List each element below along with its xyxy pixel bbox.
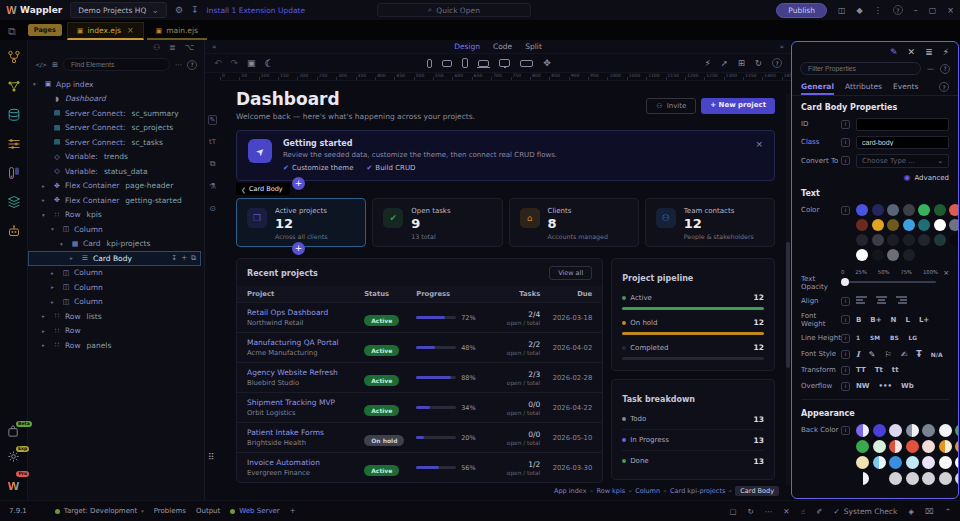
table-row[interactable]: Patient Intake FormsBrightside HealthOn …: [237, 422, 602, 452]
beta-extensions-icon[interactable]: Beta: [7, 425, 20, 438]
align-left-icon[interactable]: [856, 296, 867, 307]
styles-palette-icon[interactable]: [7, 166, 21, 180]
tree-item[interactable]: ▾▦Cardkpi-projects: [28, 237, 204, 252]
tab-events[interactable]: Events: [893, 82, 918, 95]
invite-button[interactable]: ⚇ Invite: [646, 98, 696, 114]
transform-option[interactable]: tt: [892, 366, 899, 374]
project-cell[interactable]: Retail Ops DashboardNorthwind Retail: [247, 308, 364, 327]
color-swatch[interactable]: [955, 456, 959, 469]
collapse-up-icon[interactable]: ⌃: [945, 507, 951, 516]
color-swatch[interactable]: [918, 204, 930, 216]
code-view-icon[interactable]: </>: [35, 61, 47, 68]
device-widescreen-icon[interactable]: [520, 60, 533, 67]
color-swatch[interactable]: [939, 440, 952, 453]
more-options-icon[interactable]: ⋯: [765, 507, 773, 516]
color-swatch[interactable]: [872, 249, 884, 261]
transform-option[interactable]: Tt: [875, 366, 883, 374]
properties-edit-icon[interactable]: ✎: [890, 47, 898, 57]
flows-icon[interactable]: ✕: [908, 47, 916, 57]
color-swatch[interactable]: [872, 234, 884, 246]
grid-view-icon[interactable]: ⊞: [738, 58, 745, 68]
device-phone-icon[interactable]: [427, 59, 432, 68]
color-swatch[interactable]: [918, 219, 930, 231]
color-swatch[interactable]: [906, 456, 919, 469]
color-swatch[interactable]: [949, 234, 959, 246]
line-height-option[interactable]: 1: [856, 335, 860, 341]
visibility-eye-icon[interactable]: ⊙: [209, 204, 216, 213]
tree-item[interactable]: ▾∷Rowkpis: [28, 208, 204, 223]
color-swatch[interactable]: [872, 219, 884, 231]
font-weight-option[interactable]: N: [891, 316, 897, 324]
tree-chevron-icon[interactable]: ▸: [42, 313, 49, 319]
tree-item[interactable]: ▸∷Row: [28, 324, 204, 339]
line-height-option[interactable]: LG: [909, 335, 917, 341]
color-swatch[interactable]: [918, 234, 930, 246]
layers-icon[interactable]: [7, 195, 21, 209]
layout-columns-icon[interactable]: ◫: [838, 6, 846, 15]
color-swatch[interactable]: [903, 219, 915, 231]
kebab-menu-icon[interactable]: ⋮: [874, 6, 882, 15]
color-swatch[interactable]: [856, 456, 869, 469]
tree-chevron-icon[interactable]: ▸: [42, 342, 49, 348]
refresh-icon[interactable]: ↻: [755, 58, 762, 68]
collapse-sections-icon[interactable]: —: [927, 65, 934, 73]
refresh-icon[interactable]: ↻: [748, 507, 754, 516]
tree-item[interactable]: ▸∷Rowlists: [28, 309, 204, 324]
add-icon[interactable]: +: [181, 254, 187, 262]
color-swatch[interactable]: [922, 456, 935, 469]
tree-item[interactable]: ▾◫Column: [28, 222, 204, 237]
brush-icon[interactable]: ✐: [816, 507, 822, 516]
italic-icon[interactable]: I: [856, 349, 860, 359]
help-icon[interactable]: ?: [187, 60, 197, 70]
eraser-icon[interactable]: ◈: [908, 507, 914, 516]
components-icon[interactable]: ⊞: [52, 61, 58, 69]
color-swatch[interactable]: [934, 219, 946, 231]
color-swatch[interactable]: [906, 440, 919, 453]
tree-item[interactable]: ▤Server Connect:sc_projects: [28, 121, 204, 136]
tree-chevron-icon[interactable]: ▸: [70, 255, 77, 261]
color-swatch[interactable]: [856, 204, 868, 216]
tree-item[interactable]: ▸◫Column: [28, 295, 204, 310]
color-swatch[interactable]: [955, 424, 959, 437]
color-swatch[interactable]: [856, 249, 868, 261]
tree-item-actions[interactable]: ↧+⧉: [171, 254, 200, 262]
tree-chevron-icon[interactable]: ▾: [42, 212, 49, 218]
color-swatch[interactable]: [955, 472, 959, 485]
open-external-icon[interactable]: ➚: [721, 58, 728, 68]
dynamic-bolt-icon[interactable]: ⚡: [705, 58, 711, 68]
project-name[interactable]: Shipment Tracking MVP: [247, 398, 364, 407]
device-laptop-icon[interactable]: [478, 60, 489, 67]
list-view-icon[interactable]: ≣: [169, 43, 176, 54]
color-swatch[interactable]: [903, 204, 915, 216]
tree-item[interactable]: ▸◫Column: [28, 266, 204, 281]
breadcrumb-segment[interactable]: Row kpis: [597, 487, 626, 495]
device-desktop-icon[interactable]: [499, 59, 510, 67]
tab-general[interactable]: General: [801, 82, 834, 95]
api-nodes-icon[interactable]: [7, 79, 21, 93]
add-component-button[interactable]: +: [292, 177, 305, 190]
tree-item[interactable]: ◇Variable:trends: [28, 150, 204, 165]
tree-chevron-icon[interactable]: ▸: [42, 183, 49, 189]
help-icon[interactable]: ?: [893, 5, 903, 15]
color-swatch[interactable]: [922, 440, 935, 453]
close-tab-icon[interactable]: ×: [127, 26, 134, 35]
select-tool-icon[interactable]: ▢: [729, 507, 736, 516]
text-format-icon[interactable]: tT: [209, 138, 216, 146]
color-swatch[interactable]: [903, 234, 915, 246]
kpi-card[interactable]: ⌂Clients8Accounts managed: [509, 198, 639, 247]
output-button[interactable]: Output: [196, 507, 220, 515]
color-swatch[interactable]: [873, 456, 886, 469]
tree-view-icon[interactable]: ⌥: [185, 43, 194, 54]
target-selector[interactable]: Target: Development ▾: [55, 507, 144, 515]
tree-item[interactable]: ▾▣App index: [28, 77, 204, 92]
column-header[interactable]: Status: [364, 290, 416, 298]
project-selector[interactable]: Demo Projects HQ ⌄: [70, 2, 167, 18]
kpi-card[interactable]: ❐Active projects12Across all clients: [236, 198, 366, 247]
breadcrumb-segment[interactable]: Card Body: [735, 486, 779, 496]
color-swatch[interactable]: [872, 204, 884, 216]
find-elements-input[interactable]: [63, 58, 170, 71]
align-center-icon[interactable]: [876, 296, 887, 307]
screenshot-camera-icon[interactable]: ▣: [247, 58, 256, 68]
breadcrumb-segment[interactable]: Column: [635, 487, 660, 495]
color-swatch[interactable]: [903, 249, 915, 261]
